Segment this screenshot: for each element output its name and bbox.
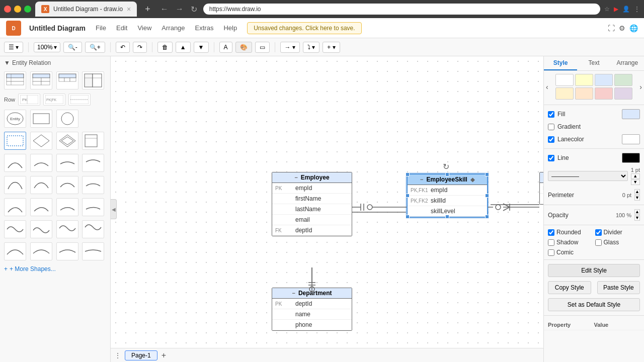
shape-table-2col[interactable] <box>30 71 52 89</box>
rounded-checkbox[interactable] <box>548 229 554 236</box>
globe-icon[interactable]: 🌐 <box>629 24 638 32</box>
shape-wave-4[interactable] <box>82 220 104 238</box>
shape-wave-2[interactable] <box>30 220 52 238</box>
copy-style-button[interactable]: Copy Style <box>548 281 591 294</box>
close-button[interactable] <box>4 6 11 13</box>
line-width-down[interactable]: ▼ <box>631 179 640 185</box>
edit-style-button[interactable]: Edit Style <box>548 264 640 277</box>
shape-row-divider[interactable] <box>68 94 91 106</box>
fullscreen-icon[interactable]: ⛶ <box>608 24 615 32</box>
shape-wave-1[interactable] <box>4 220 26 238</box>
shape-wave-3[interactable] <box>56 220 78 238</box>
maximize-button[interactable] <box>24 6 31 13</box>
tab-arrange[interactable]: Arrange <box>611 56 644 70</box>
color-blue-light[interactable] <box>595 74 613 86</box>
reload-button[interactable]: ↻ <box>189 4 199 15</box>
palette-next-button[interactable]: › <box>639 83 642 91</box>
perimeter-down[interactable]: ▼ <box>634 195 640 201</box>
sidebar-section-title[interactable]: ▼ Entity Relation <box>0 56 110 69</box>
line-color-picker[interactable] <box>622 153 640 163</box>
tab-style[interactable]: Style <box>544 56 577 70</box>
palette-prev-button[interactable]: ‹ <box>546 83 548 91</box>
fill-checkbox[interactable] <box>548 111 554 118</box>
handle-ml[interactable] <box>406 194 410 198</box>
color-white[interactable] <box>555 74 574 86</box>
menu-edit[interactable]: Edit <box>114 23 129 33</box>
shape-curve-9[interactable] <box>4 198 26 216</box>
shape-arc-4[interactable] <box>82 242 104 260</box>
menu-extras[interactable]: Extras <box>193 23 216 33</box>
shape-diamond2[interactable] <box>56 132 78 150</box>
shape-table-3col[interactable] <box>56 71 78 89</box>
shape-table-split[interactable] <box>82 71 104 89</box>
browser-tab[interactable]: X Untitled Diagram - draw.io × <box>35 2 137 17</box>
bookmark-icon[interactable]: ☆ <box>604 6 610 13</box>
shape-curve-6[interactable] <box>30 176 52 194</box>
color-yellow-light[interactable] <box>575 74 593 86</box>
delete-button[interactable]: 🗑 <box>157 42 173 53</box>
handle-mr[interactable] <box>485 194 489 198</box>
employee-table[interactable]: − Employee PK empId firstName lastName e… <box>272 172 352 236</box>
profile-icon[interactable]: 👤 <box>622 6 630 13</box>
shape-curve-12[interactable] <box>82 198 104 216</box>
shape-curve-1[interactable] <box>4 154 26 172</box>
shape-arc-1[interactable] <box>4 242 26 260</box>
more-shapes-button[interactable]: + + More Shapes... <box>0 262 110 276</box>
divider-checkbox[interactable] <box>595 229 602 236</box>
shape-circle[interactable] <box>56 110 78 128</box>
color-cream[interactable] <box>555 87 574 100</box>
connector-button[interactable]: → ▾ <box>280 42 300 53</box>
line-checkbox[interactable] <box>548 155 554 161</box>
handle-tm[interactable] <box>445 172 449 176</box>
color-peach[interactable] <box>575 87 593 100</box>
department-table[interactable]: − Department PK deptId name phone <box>272 288 352 331</box>
zoom-in-button[interactable]: 🔍+ <box>85 42 105 53</box>
page-1-tab[interactable]: Page-1 <box>125 350 157 360</box>
zoom-out-button[interactable]: 🔍- <box>63 42 82 53</box>
color-green-light[interactable] <box>614 74 632 86</box>
page-settings-icon[interactable]: ⋮ <box>115 352 121 359</box>
save-notice[interactable]: Unsaved changes. Click here to save. <box>247 22 361 34</box>
address-bar[interactable]: https://www.draw.io <box>203 4 600 15</box>
shape-curve-10[interactable] <box>30 198 52 216</box>
handle-bl[interactable] <box>406 215 410 219</box>
shape-rect[interactable] <box>30 110 52 128</box>
shape-arc-2[interactable] <box>30 242 52 260</box>
skill-table[interactable]: − Skill PK skillId skillDescription <box>539 172 543 205</box>
new-tab-button[interactable]: + <box>141 4 154 15</box>
fill-color-button[interactable]: 🎨 <box>235 42 252 53</box>
tab-close-icon[interactable]: × <box>127 5 131 13</box>
shape-rect-selected[interactable] <box>4 132 26 150</box>
shape-curve-7[interactable] <box>56 176 78 194</box>
settings-icon[interactable]: ⚙ <box>619 24 625 32</box>
tab-text[interactable]: Text <box>577 56 610 70</box>
shape-curve-3[interactable] <box>56 154 78 172</box>
shape-row-pk2[interactable]: PK|FK <box>43 94 65 106</box>
forward-button[interactable]: → <box>174 4 186 15</box>
line-width-up[interactable]: ▲ <box>631 173 640 179</box>
minimize-button[interactable] <box>14 6 21 13</box>
comic-checkbox[interactable] <box>548 249 554 256</box>
fill-color-picker[interactable] <box>622 109 640 119</box>
shape-curve-8[interactable] <box>82 176 104 194</box>
lanecolor-checkbox[interactable] <box>548 136 554 143</box>
youtube-icon[interactable]: ▶ <box>614 6 618 13</box>
insert-button[interactable]: + ▾ <box>323 42 340 53</box>
shadow-checkbox[interactable] <box>548 239 554 246</box>
glass-checkbox[interactable] <box>595 239 602 246</box>
rotate-handle[interactable]: ↻ <box>443 162 449 171</box>
menu-help[interactable]: Help <box>221 23 239 33</box>
gradient-checkbox[interactable] <box>548 124 554 130</box>
zoom-control[interactable]: 100% ▾ <box>34 42 60 52</box>
paste-style-button[interactable]: Paste Style <box>597 281 640 294</box>
shape-diamond[interactable] <box>30 132 52 150</box>
redo-button[interactable]: ↷ <box>133 42 147 53</box>
to-back-button[interactable]: ▼ <box>194 42 209 53</box>
shape-arc-3[interactable] <box>56 242 78 260</box>
handle-tr[interactable] <box>485 172 489 176</box>
set-default-style-button[interactable]: Set as Default Style <box>548 298 640 311</box>
handle-bm[interactable] <box>445 215 449 219</box>
perimeter-up[interactable]: ▲ <box>634 189 640 195</box>
color-pink[interactable] <box>595 87 613 100</box>
handle-br[interactable] <box>485 215 489 219</box>
